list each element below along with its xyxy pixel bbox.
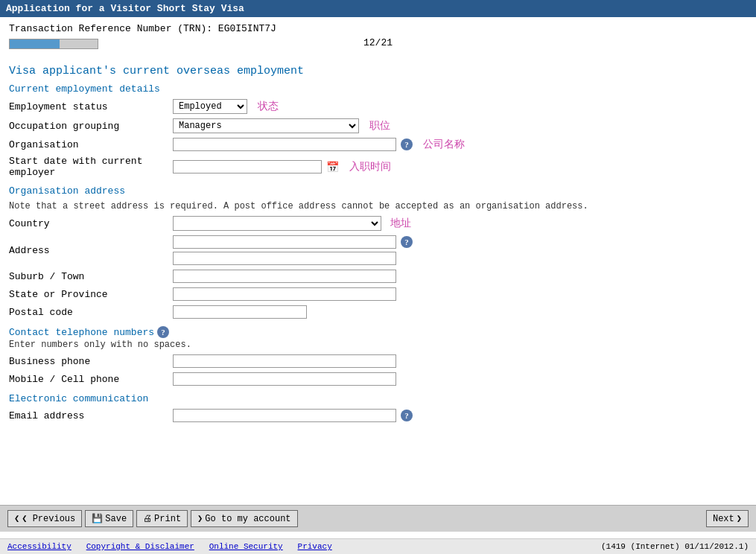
progress-bar xyxy=(9,39,98,49)
progress-bar-fill xyxy=(10,39,60,48)
email-help-icon[interactable]: ? xyxy=(401,410,413,421)
electronic-comm-title: Electronic communication xyxy=(9,393,747,404)
organisation-row: Organisation ? 公司名称 xyxy=(9,138,747,151)
suburb-row: Suburb / Town xyxy=(9,270,747,283)
email-row: Email address ? xyxy=(9,409,747,422)
trn-line: Transaction Reference Number (TRN): EG0I… xyxy=(9,23,747,34)
contact-telephone-header: Contact telephone numbers ? xyxy=(9,326,747,338)
calendar-icon[interactable]: 📅 xyxy=(326,161,339,173)
organisation-input[interactable] xyxy=(173,138,396,151)
business-phone-row: Business phone xyxy=(9,354,747,368)
contact-telephone-title: Contact telephone numbers xyxy=(9,327,154,338)
organisation-annotation: 公司名称 xyxy=(423,138,465,151)
email-label: Email address xyxy=(9,410,173,421)
postal-label: Postal code xyxy=(9,307,173,318)
contact-telephone-note: Enter numbers only with no spaces. xyxy=(9,340,747,350)
email-control: ? xyxy=(173,409,413,422)
mobile-phone-control xyxy=(173,372,396,386)
address-inputs: ? xyxy=(173,235,413,265)
start-date-control: 📅 入职时间 xyxy=(173,160,391,173)
postal-input[interactable] xyxy=(173,305,307,319)
occupation-grouping-select[interactable]: Managers Professionals Technicians Cleri… xyxy=(173,118,359,133)
scrollable-content: Visa applicant's current overseas employ… xyxy=(9,59,747,476)
occupation-grouping-annotation: 职位 xyxy=(369,119,390,133)
progress-bar-outer xyxy=(9,39,98,49)
country-label: Country xyxy=(9,218,173,229)
business-phone-input[interactable] xyxy=(173,354,396,368)
mobile-phone-row: Mobile / Cell phone xyxy=(9,372,747,386)
contact-telephone-help-icon[interactable]: ? xyxy=(157,326,169,338)
page-section-title: Visa applicant's current overseas employ… xyxy=(9,65,747,77)
employment-status-annotation: 状态 xyxy=(258,100,279,113)
mobile-phone-label: Mobile / Cell phone xyxy=(9,374,173,385)
main-content: Transaction Reference Number (TRN): EG0I… xyxy=(0,17,756,482)
suburb-label: Suburb / Town xyxy=(9,271,173,282)
state-label: State or Province xyxy=(9,289,173,300)
employment-status-select[interactable]: Employed Self-employed Unemployed Retire… xyxy=(173,99,247,114)
business-phone-control xyxy=(173,354,396,368)
title-bar-label: Application for a Visitor Short Stay Vis… xyxy=(6,3,244,14)
start-date-label: Start date with current employer xyxy=(9,156,173,178)
postal-row: Postal code xyxy=(9,305,747,319)
organisation-help-icon[interactable]: ? xyxy=(401,138,413,150)
suburb-control xyxy=(173,270,396,283)
employment-status-label: Employment status xyxy=(9,101,173,112)
occupation-grouping-control: Managers Professionals Technicians Cleri… xyxy=(173,118,390,133)
organisation-label: Organisation xyxy=(9,139,173,150)
address-label: Address xyxy=(9,245,173,256)
country-row: Country 地址 xyxy=(9,216,747,231)
country-select[interactable] xyxy=(173,216,381,231)
address-control: ? xyxy=(173,235,413,265)
trn-value: EG0I5INT7J xyxy=(218,23,276,34)
occupation-grouping-row: Occupation grouping Managers Professiona… xyxy=(9,118,747,133)
start-date-input[interactable] xyxy=(173,160,322,173)
organisation-control: ? 公司名称 xyxy=(173,138,465,151)
start-date-annotation: 入职时间 xyxy=(349,160,391,173)
suburb-input[interactable] xyxy=(173,270,396,283)
address-help-icon[interactable]: ? xyxy=(401,236,413,248)
page-number: 12/21 xyxy=(98,37,658,48)
postal-control xyxy=(173,305,307,319)
mobile-phone-input[interactable] xyxy=(173,372,396,386)
business-phone-label: Business phone xyxy=(9,356,173,367)
employment-status-control: Employed Self-employed Unemployed Retire… xyxy=(173,99,279,114)
org-address-title: Organisation address xyxy=(9,185,747,197)
address-row: Address ? xyxy=(9,235,747,265)
country-control: 地址 xyxy=(173,216,411,231)
address-line1-input[interactable] xyxy=(173,235,396,249)
org-address-note: Note that a street address is required. … xyxy=(9,201,747,211)
start-date-row: Start date with current employer 📅 入职时间 xyxy=(9,156,747,178)
state-input[interactable] xyxy=(173,287,396,301)
state-row: State or Province xyxy=(9,287,747,301)
address-annotation: 地址 xyxy=(390,217,411,230)
state-control xyxy=(173,287,396,301)
title-bar: Application for a Visitor Short Stay Vis… xyxy=(0,0,756,17)
employment-status-row: Employment status Employed Self-employed… xyxy=(9,99,747,114)
current-employment-title: Current employment details xyxy=(9,83,747,95)
address-line2-input[interactable] xyxy=(173,252,396,265)
trn-label: Transaction Reference Number (TRN): xyxy=(9,23,212,34)
email-input[interactable] xyxy=(173,409,396,422)
occupation-grouping-label: Occupation grouping xyxy=(9,121,173,132)
